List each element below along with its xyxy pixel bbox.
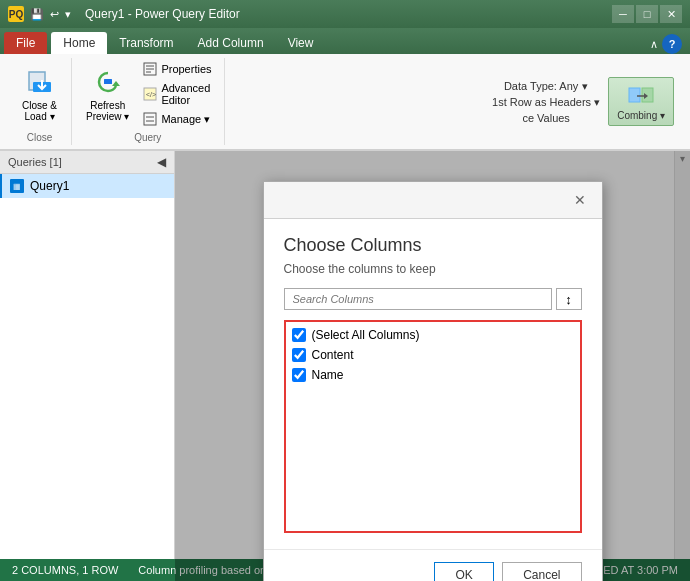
ok-button[interactable]: OK	[434, 562, 494, 581]
search-columns-input[interactable]	[284, 288, 552, 310]
advanced-editor-button[interactable]: </> AdvancedEditor	[139, 80, 215, 108]
modal-close-button[interactable]: ✕	[570, 190, 590, 210]
query1-icon: ▦	[10, 179, 24, 193]
ribbon-collapse-icon[interactable]: ∧	[650, 38, 658, 51]
sidebar: Queries [1] ◀ ▦ Query1	[0, 151, 175, 581]
modal-footer: OK Cancel	[264, 549, 602, 581]
column-content-label: Content	[312, 348, 354, 362]
refresh-preview-button[interactable]: RefreshPreview ▾	[80, 62, 135, 126]
headers-row: 1st Row as Headers ▾	[492, 96, 600, 109]
sidebar-item-query1[interactable]: ▦ Query1	[0, 174, 174, 198]
column-item-content[interactable]: Content	[292, 348, 574, 362]
svg-rect-11	[144, 113, 156, 125]
title-bar-controls[interactable]: ─ □ ✕	[612, 5, 682, 23]
modal-header-bar: ✕	[264, 182, 602, 219]
svg-rect-15	[642, 88, 653, 102]
main-area: Queries [1] ◀ ▦ Query1 ▾ ✕ Choose Column…	[0, 151, 690, 581]
properties-icon	[143, 62, 157, 76]
quick-dropdown-icon[interactable]: ▾	[65, 8, 71, 21]
sort-icon: ↕	[565, 292, 572, 307]
quick-save-icon[interactable]: 💾	[30, 8, 44, 21]
close-load-button[interactable]: Close &Load ▾	[16, 62, 63, 126]
quick-undo-icon[interactable]: ↩	[50, 8, 59, 21]
properties-label: Properties	[161, 63, 211, 75]
modal-title: Choose Columns	[284, 235, 582, 256]
ribbon-tabs: File Home Transform Add Column View ∧ ?	[0, 28, 690, 54]
datatype-row: Data Type: Any ▾	[504, 80, 588, 93]
maximize-button[interactable]: □	[636, 5, 658, 23]
column-item-name[interactable]: Name	[292, 368, 574, 382]
modal-body: Choose Columns Choose the columns to kee…	[264, 219, 602, 549]
checkbox-content[interactable]	[292, 348, 306, 362]
sidebar-collapse-button[interactable]: ◀	[157, 155, 166, 169]
combine-button[interactable]: Combing ▾	[608, 77, 674, 126]
ribbon: File Home Transform Add Column View ∧ ?	[0, 28, 690, 151]
manage-icon	[143, 112, 157, 126]
modal-subtitle: Choose the columns to keep	[284, 262, 582, 276]
sort-columns-button[interactable]: ↕	[556, 288, 582, 310]
query-actions: Properties </> AdvancedEditor	[139, 60, 215, 128]
search-row: ↕	[284, 288, 582, 310]
datatype-label: Data Type: Any	[504, 80, 578, 92]
close-group-label: Close	[27, 132, 53, 143]
ribbon-content: Close &Load ▾ Close RefreshPreview ▾	[0, 54, 690, 150]
tab-home[interactable]: Home	[51, 32, 107, 54]
columns-list: (Select All Columns) Content Name	[284, 320, 582, 533]
combine-icon	[627, 82, 655, 110]
close-load-label: Close &Load ▾	[22, 100, 57, 122]
column-item-select-all[interactable]: (Select All Columns)	[292, 328, 574, 342]
app-icon: PQ	[8, 6, 24, 22]
title-bar-left: PQ 💾 ↩ ▾ Query1 - Power Query Editor	[8, 6, 240, 22]
close-group-items: Close &Load ▾	[16, 60, 63, 128]
tab-add-column[interactable]: Add Column	[186, 32, 276, 54]
close-load-icon	[24, 66, 56, 98]
content-area: ▾ ✕ Choose Columns Choose the columns to…	[175, 151, 690, 581]
datatype-group: Data Type: Any ▾ 1st Row as Headers ▾ ce…	[492, 80, 600, 124]
svg-rect-4	[104, 79, 112, 84]
window-title: Query1 - Power Query Editor	[85, 7, 240, 21]
column-name-label: Name	[312, 368, 344, 382]
refresh-icon	[92, 66, 124, 98]
sidebar-header: Queries [1] ◀	[0, 151, 174, 174]
cancel-button[interactable]: Cancel	[502, 562, 581, 581]
right-ribbon: Data Type: Any ▾ 1st Row as Headers ▾ ce…	[484, 58, 682, 145]
status-columns-rows: 2 COLUMNS, 1 ROW	[12, 564, 118, 576]
checkbox-name[interactable]	[292, 368, 306, 382]
help-button[interactable]: ?	[662, 34, 682, 54]
manage-button[interactable]: Manage ▾	[139, 110, 215, 128]
checkbox-select-all[interactable]	[292, 328, 306, 342]
refresh-preview-label: RefreshPreview ▾	[86, 100, 129, 122]
manage-label: Manage ▾	[161, 113, 210, 126]
tab-transform[interactable]: Transform	[107, 32, 185, 54]
datatype-dropdown[interactable]: ▾	[582, 80, 588, 93]
choose-columns-dialog: ✕ Choose Columns Choose the columns to k…	[263, 181, 603, 581]
tab-file[interactable]: File	[4, 32, 47, 54]
title-bar: PQ 💾 ↩ ▾ Query1 - Power Query Editor ─ □…	[0, 0, 690, 28]
query-group-items: RefreshPreview ▾ Properties	[80, 60, 216, 128]
query-group-label: Query	[134, 132, 161, 143]
query1-label: Query1	[30, 179, 69, 193]
svg-rect-14	[629, 88, 640, 102]
advanced-editor-label: AdvancedEditor	[161, 82, 210, 106]
properties-button[interactable]: Properties	[139, 60, 215, 78]
replace-values-row: ce Values	[522, 112, 570, 124]
headers-label: 1st Row as Headers ▾	[492, 96, 600, 109]
svg-text:</>: </>	[146, 91, 156, 98]
close-button[interactable]: ✕	[660, 5, 682, 23]
advanced-editor-icon: </>	[143, 87, 157, 101]
modal-overlay: ✕ Choose Columns Choose the columns to k…	[175, 151, 690, 581]
minimize-button[interactable]: ─	[612, 5, 634, 23]
svg-marker-3	[112, 81, 120, 86]
sidebar-header-label: Queries [1]	[8, 156, 62, 168]
ribbon-group-query: RefreshPreview ▾ Properties	[72, 58, 225, 145]
combine-label: Combing ▾	[617, 110, 665, 121]
ribbon-group-close: Close &Load ▾ Close	[8, 58, 72, 145]
replace-values-label: ce Values	[522, 112, 570, 124]
column-select-all-label: (Select All Columns)	[312, 328, 420, 342]
tab-view[interactable]: View	[276, 32, 326, 54]
